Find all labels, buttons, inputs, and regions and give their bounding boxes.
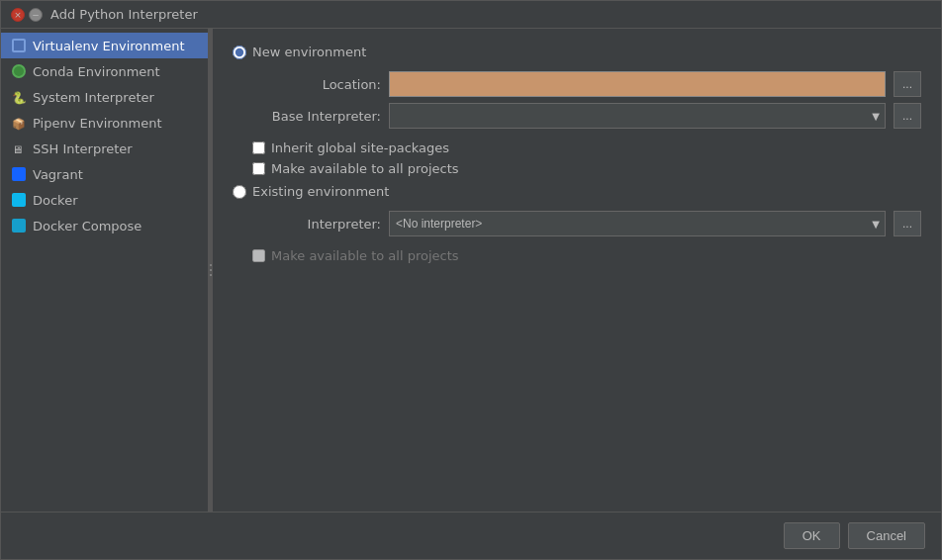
location-label: Location: <box>252 77 381 92</box>
new-environment-section: New environment <box>233 45 921 59</box>
interpreter-wrapper: <No interpreter> ▼ <box>389 211 886 236</box>
base-interpreter-wrapper: ▼ <box>389 103 886 129</box>
close-button[interactable]: × <box>11 8 25 22</box>
location-input[interactable] <box>389 71 886 97</box>
sidebar-item-system[interactable]: System Interpreter <box>1 84 208 110</box>
new-environment-label: New environment <box>252 45 366 59</box>
sidebar-item-docker-compose[interactable]: Docker Compose <box>1 213 208 238</box>
dialog-title: Add Python Interpreter <box>50 7 198 22</box>
existing-env-form: Interpreter: <No interpreter> ▼ ... <box>252 211 921 236</box>
new-env-make-available-row: Make available to all projects <box>252 161 921 176</box>
sidebar-item-ssh[interactable]: SSH Interpreter <box>1 136 208 161</box>
sidebar-item-vagrant[interactable]: Vagrant <box>1 161 208 187</box>
interpreter-label: Interpreter: <box>252 217 381 232</box>
resize-dots <box>210 264 212 276</box>
docker-compose-icon <box>11 218 27 233</box>
minimize-button[interactable]: − <box>29 8 43 22</box>
interpreter-sidebar: Virtualenv Environment Conda Environment… <box>1 29 209 512</box>
new-env-make-available-label: Make available to all projects <box>271 161 459 176</box>
inherit-checkbox[interactable] <box>252 141 265 154</box>
ok-button[interactable]: OK <box>784 522 840 549</box>
virtualenv-icon <box>11 38 27 53</box>
new-env-make-available-checkbox[interactable] <box>252 162 265 175</box>
docker-icon <box>11 192 27 208</box>
new-env-form: Location: ... Base Interpreter: ▼ ... <box>252 71 921 129</box>
existing-env-make-available-checkbox[interactable] <box>252 249 265 262</box>
base-interpreter-select[interactable] <box>389 103 886 129</box>
dialog-footer: OK Cancel <box>1 512 941 559</box>
interpreter-browse-button[interactable]: ... <box>894 211 921 236</box>
sidebar-item-conda[interactable]: Conda Environment <box>1 58 208 84</box>
ssh-icon <box>11 140 27 156</box>
base-interpreter-browse-button[interactable]: ... <box>894 103 921 129</box>
sidebar-item-virtualenv[interactable]: Virtualenv Environment <box>1 33 208 58</box>
system-icon <box>11 89 27 105</box>
window-controls: × − <box>11 8 43 22</box>
sidebar-item-docker[interactable]: Docker <box>1 187 208 213</box>
existing-environment-label: Existing environment <box>252 184 389 199</box>
base-interpreter-label: Base Interpreter: <box>252 109 381 124</box>
interpreter-select[interactable]: <No interpreter> <box>389 211 886 236</box>
existing-env-make-available-row: Make available to all projects <box>252 248 921 263</box>
dialog-content: Virtualenv Environment Conda Environment… <box>1 29 941 512</box>
vagrant-icon <box>11 166 27 182</box>
pipenv-icon <box>11 115 27 131</box>
title-bar: × − Add Python Interpreter <box>1 1 941 29</box>
main-panel: New environment Location: ... Base Inter… <box>213 29 941 512</box>
resize-handle[interactable] <box>209 29 213 512</box>
existing-environment-section: Existing environment <box>233 184 921 199</box>
sidebar-item-pipenv[interactable]: Pipenv Environment <box>1 110 208 136</box>
new-environment-radio[interactable] <box>233 46 246 59</box>
existing-env-make-available-label: Make available to all projects <box>271 248 459 263</box>
location-browse-button[interactable]: ... <box>894 71 921 97</box>
inherit-checkbox-row: Inherit global site-packages <box>252 140 921 155</box>
conda-icon <box>11 63 27 79</box>
cancel-button[interactable]: Cancel <box>848 522 925 549</box>
inherit-label: Inherit global site-packages <box>271 140 449 155</box>
add-python-interpreter-dialog: × − Add Python Interpreter Virtualenv En… <box>0 0 942 560</box>
existing-environment-radio[interactable] <box>233 185 246 199</box>
